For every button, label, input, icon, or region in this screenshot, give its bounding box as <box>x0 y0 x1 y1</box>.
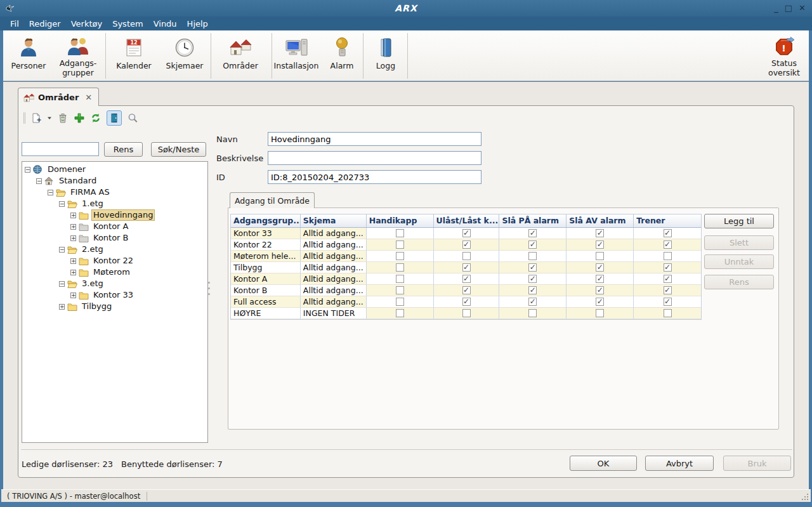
maximize-button[interactable]: □ <box>785 0 792 16</box>
checkbox-unchecked[interactable] <box>396 298 404 306</box>
slett-button[interactable]: Slett <box>704 235 774 250</box>
checkbox-checked[interactable]: ✓ <box>462 275 471 283</box>
column-header[interactable]: Handikapp <box>367 214 434 227</box>
tab-close-icon[interactable]: ✕ <box>85 93 92 102</box>
table-row[interactable]: Kontor BAlltid adgang...✓✓✓✓ <box>231 285 701 296</box>
expand-icon[interactable]: + <box>70 270 76 275</box>
minimize-button[interactable]: _ <box>774 0 778 16</box>
toolbar-status-oversikt-button[interactable]: ! Status oversikt <box>762 34 806 77</box>
table-row[interactable]: TilbyggAlltid adgang...✓✓✓✓ <box>231 262 701 273</box>
avbryt-button[interactable]: Avbryt <box>645 456 714 471</box>
refresh-icon[interactable] <box>90 112 102 124</box>
tree-item[interactable]: −Standard <box>22 175 207 187</box>
bruk-button[interactable]: Bruk <box>723 456 791 471</box>
tree-item-label[interactable]: Møterom <box>91 267 132 277</box>
table-row[interactable]: Møterom hele...Alltid adgang... <box>231 251 701 262</box>
checkbox-checked[interactable]: ✓ <box>462 298 471 306</box>
tree-item[interactable]: +Kontor 22 <box>22 255 207 267</box>
tab-adgang-til-omrade[interactable]: Adgang til Område <box>230 192 315 208</box>
checkbox-checked[interactable]: ✓ <box>664 298 672 306</box>
checkbox-checked[interactable]: ✓ <box>664 229 672 237</box>
column-header[interactable]: Slå PÅ alarm <box>499 214 566 227</box>
tree-item[interactable]: +Kontor A <box>22 221 207 232</box>
tree-search-input[interactable] <box>22 142 99 156</box>
checkbox-checked[interactable]: ✓ <box>596 298 604 306</box>
toolbar-alarm-button[interactable]: Alarm <box>323 34 361 77</box>
dropdown-caret-icon[interactable] <box>47 115 52 121</box>
checkbox-unchecked[interactable] <box>396 275 404 283</box>
checkbox-checked[interactable]: ✓ <box>528 275 537 283</box>
rens-button[interactable]: Rens <box>704 275 774 289</box>
expand-icon[interactable]: + <box>70 293 76 298</box>
checkbox-unchecked[interactable] <box>396 252 404 260</box>
checkbox-checked[interactable]: ✓ <box>596 229 604 237</box>
toolbar-personer-button[interactable]: Personer <box>7 34 50 77</box>
expand-icon[interactable]: + <box>70 213 76 218</box>
checkbox-unchecked[interactable] <box>528 252 537 260</box>
tree-item-label[interactable]: 2.etg <box>80 244 105 254</box>
tree-item-label[interactable]: Kontor A <box>91 221 131 232</box>
checkbox-unchecked[interactable] <box>396 309 404 317</box>
column-header[interactable]: Adgangsgrup... <box>231 214 301 227</box>
toolbar-installasjon-button[interactable]: Installasjon <box>270 34 323 77</box>
toolbar-logg-button[interactable]: Logg <box>366 34 405 77</box>
checkbox-checked[interactable]: ✓ <box>664 286 672 294</box>
collapse-icon[interactable]: − <box>25 167 30 173</box>
checkbox-unchecked[interactable] <box>396 240 404 249</box>
checkbox-unchecked[interactable] <box>462 252 471 260</box>
tree-item[interactable]: +Hovedinngang <box>22 209 207 221</box>
checkbox-checked[interactable]: ✓ <box>528 240 537 249</box>
expand-icon[interactable]: + <box>70 224 76 230</box>
tree-item-label[interactable]: Kontor 33 <box>91 290 135 300</box>
table-row[interactable]: Kontor AAlltid adgang...✓✓✓✓ <box>231 273 701 285</box>
legg-til-button[interactable]: Legg til <box>704 214 774 228</box>
tree-item[interactable]: −Domener <box>22 164 207 175</box>
table-row[interactable]: Kontor 22Alltid adgang...✓✓✓✓ <box>231 239 701 251</box>
tree-item[interactable]: −FIRMA AS <box>22 187 207 198</box>
splitter-handle[interactable] <box>208 282 211 298</box>
resize-grip-icon[interactable] <box>801 492 808 500</box>
tree-item[interactable]: +Tilbygg <box>22 301 207 312</box>
checkbox-unchecked[interactable] <box>596 309 604 317</box>
collapse-icon[interactable]: − <box>48 190 53 195</box>
checkbox-checked[interactable]: ✓ <box>664 275 672 283</box>
checkbox-unchecked[interactable] <box>462 309 471 317</box>
checkbox-checked[interactable]: ✓ <box>596 286 604 294</box>
add-icon[interactable] <box>74 112 85 124</box>
tree-item-label[interactable]: FIRMA AS <box>69 187 112 197</box>
column-header[interactable]: Slå AV alarm <box>566 214 634 227</box>
ok-button[interactable]: OK <box>570 456 637 471</box>
checkbox-unchecked[interactable] <box>596 252 604 260</box>
menu-system[interactable]: System <box>107 18 148 30</box>
collapse-icon[interactable]: − <box>36 178 42 184</box>
menu-verkt-y[interactable]: Verktøy <box>66 18 108 30</box>
tree-item[interactable]: +Møterom <box>22 267 207 278</box>
expand-icon[interactable]: + <box>70 235 76 241</box>
table-row[interactable]: Full accessAlltid adgang...✓✓✓✓ <box>231 296 701 308</box>
rens-button[interactable]: Rens <box>104 142 143 157</box>
checkbox-unchecked[interactable] <box>664 252 672 260</box>
collapse-icon[interactable]: − <box>59 247 65 253</box>
checkbox-unchecked[interactable] <box>396 286 404 294</box>
collapse-icon[interactable]: − <box>59 281 65 287</box>
sok-neste-button[interactable]: Søk/Neste <box>151 142 206 157</box>
tree-item[interactable]: −3.etg <box>22 278 207 289</box>
checkbox-checked[interactable]: ✓ <box>664 263 672 272</box>
table-row[interactable]: Kontor 33Alltid adgang...✓✓✓✓ <box>231 228 701 239</box>
column-header[interactable]: Trener <box>634 214 701 227</box>
toolbar-omrader-button[interactable]: Områder <box>218 34 263 77</box>
beskrivelse-field[interactable] <box>268 151 481 165</box>
id-field[interactable] <box>268 170 481 184</box>
checkbox-unchecked[interactable] <box>396 263 404 272</box>
menu-fil[interactable]: Fil <box>5 18 24 30</box>
menu-hjelp[interactable]: Hjelp <box>182 18 213 30</box>
tree-item[interactable]: −2.etg <box>22 244 207 255</box>
menu-vindu[interactable]: Vindu <box>148 18 182 30</box>
checkbox-checked[interactable]: ✓ <box>528 229 537 237</box>
checkbox-checked[interactable]: ✓ <box>462 263 471 272</box>
checkbox-checked[interactable]: ✓ <box>462 240 471 249</box>
checkbox-checked[interactable]: ✓ <box>528 298 537 306</box>
collapse-icon[interactable]: − <box>59 201 65 207</box>
checkbox-checked[interactable]: ✓ <box>462 229 471 237</box>
tree-item-label[interactable]: 1.etg <box>80 199 105 209</box>
